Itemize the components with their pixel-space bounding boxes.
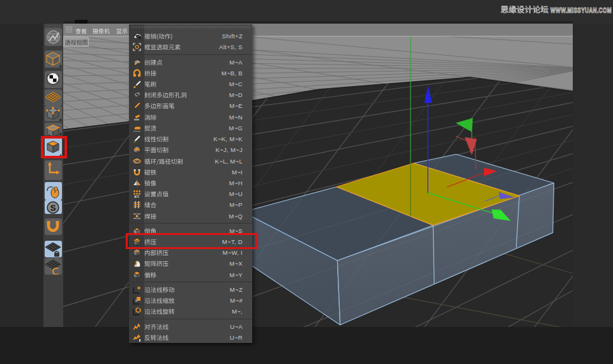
svg-text:x=: x= [134, 194, 139, 198]
svg-text:S: S [50, 203, 56, 213]
